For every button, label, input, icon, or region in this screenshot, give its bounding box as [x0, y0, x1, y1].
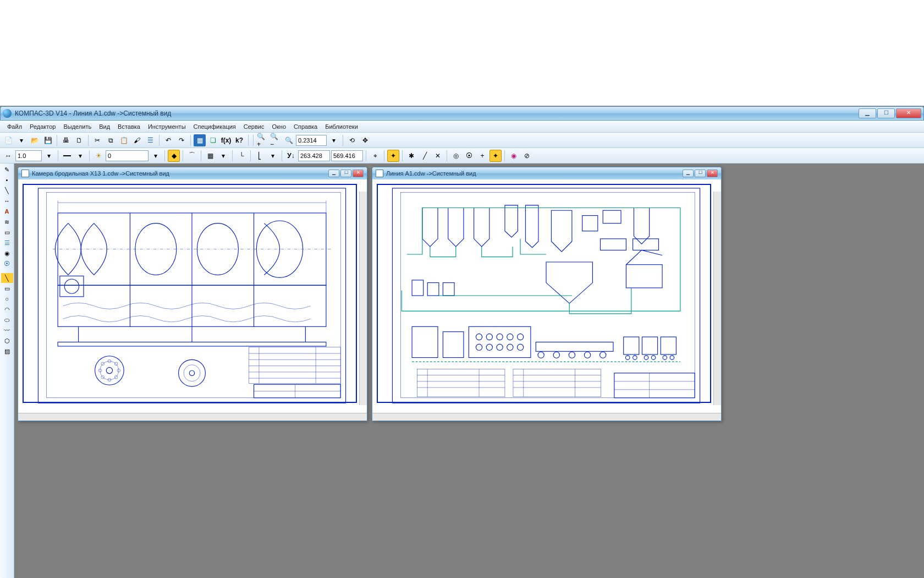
snap-off-icon[interactable]: ⊘: [521, 150, 533, 162]
local-cs-button[interactable]: ⎣: [254, 150, 266, 162]
snap-intersect-icon[interactable]: ✕: [432, 150, 444, 162]
snap-enable-button[interactable]: ⌖: [369, 150, 381, 162]
undo-button[interactable]: ↶: [162, 134, 174, 146]
layer-button[interactable]: ☀: [92, 150, 105, 162]
snap-tangent-icon[interactable]: ⦿: [463, 150, 475, 162]
doc1-close-button[interactable]: ✕: [353, 170, 364, 177]
menu-file[interactable]: Файл: [3, 122, 26, 131]
doc2-close-button[interactable]: ✕: [707, 170, 718, 177]
palette-rect-icon[interactable]: ▭: [1, 283, 13, 293]
zoom-in-button[interactable]: 🔍+: [256, 134, 268, 146]
properties-button[interactable]: ☰: [144, 134, 156, 146]
palette-line-icon[interactable]: ╲: [1, 186, 13, 195]
local-cs-dropdown[interactable]: ▾: [267, 150, 279, 162]
menu-insert[interactable]: Вставка: [114, 122, 144, 131]
menu-editor[interactable]: Редактор: [26, 122, 59, 131]
linestyle-button[interactable]: [61, 150, 73, 162]
palette-view-icon[interactable]: ◉: [1, 248, 13, 258]
palette-circle-icon[interactable]: ○: [1, 294, 13, 304]
variables-button[interactable]: ❏: [207, 134, 219, 146]
new-button[interactable]: 📄: [2, 134, 14, 146]
palette-arc-icon[interactable]: ◠: [1, 304, 13, 314]
menu-tools[interactable]: Инструменты: [144, 122, 190, 131]
format-painter-button[interactable]: 🖌: [131, 134, 143, 146]
snap-param-icon[interactable]: ◉: [508, 150, 520, 162]
snap-center-icon[interactable]: ◎: [450, 150, 462, 162]
save-button[interactable]: 💾: [42, 134, 54, 146]
doc1-vscrollbar[interactable]: [359, 192, 367, 405]
palette-symbol-icon[interactable]: ≋: [1, 217, 13, 227]
doc1-maximize-button[interactable]: ☐: [340, 170, 351, 177]
menu-select[interactable]: Выделить: [59, 122, 95, 131]
zoom-out-button[interactable]: 🔍−: [270, 134, 282, 146]
menu-service[interactable]: Сервис: [240, 122, 268, 131]
minimize-button[interactable]: ▁: [859, 108, 876, 118]
doc1-minimize-button[interactable]: ▁: [328, 170, 339, 177]
palette-polygon-icon[interactable]: ⬡: [1, 336, 13, 346]
menu-libraries[interactable]: Библиотеки: [321, 122, 362, 131]
layer-input[interactable]: [106, 150, 148, 161]
ortho-button[interactable]: ◆: [168, 150, 180, 162]
print-button[interactable]: 🖶: [60, 134, 72, 146]
step-button[interactable]: ↔: [2, 150, 14, 162]
menu-view[interactable]: Вид: [95, 122, 114, 131]
doc2-minimize-button[interactable]: ▁: [683, 170, 694, 177]
grid-button[interactable]: ▦: [204, 150, 216, 162]
doc2-hscrollbar[interactable]: [372, 413, 721, 421]
zoom-window-button[interactable]: 🔍: [283, 134, 295, 146]
print-preview-button[interactable]: 🗋: [73, 134, 85, 146]
document-window-2: Линия A1.cdw ->Системный вид ▁ ☐ ✕: [372, 167, 722, 421]
coord-mode-button[interactable]: У↓: [285, 150, 297, 162]
coord-y-input[interactable]: [331, 150, 363, 161]
snap-toggle-button[interactable]: ✦: [387, 150, 399, 162]
doc1-title-bar[interactable]: Камера бродильная Х13 1.cdw ->Системный …: [18, 167, 367, 179]
layer-dropdown[interactable]: ▾: [150, 150, 162, 162]
doc2-maximize-button[interactable]: ☐: [695, 170, 706, 177]
palette-text-icon[interactable]: A: [1, 206, 13, 216]
doc1-hscrollbar[interactable]: [18, 413, 367, 421]
snap-nearest-icon[interactable]: ✦: [490, 150, 502, 162]
close-button[interactable]: ✕: [896, 108, 921, 118]
palette-point-icon[interactable]: •: [1, 175, 13, 185]
snap-midpoint-icon[interactable]: ╱: [419, 150, 431, 162]
cut-button[interactable]: ✂: [91, 134, 103, 146]
menu-spec[interactable]: Спецификация: [190, 122, 240, 131]
palette-snap-icon[interactable]: ⦿: [1, 259, 13, 269]
redo-button[interactable]: ↷: [175, 134, 188, 146]
palette-ellipse-icon[interactable]: ⬭: [1, 315, 13, 325]
manager-button[interactable]: ▦: [194, 134, 206, 146]
doc2-canvas[interactable]: [372, 179, 721, 413]
scale-dropdown[interactable]: ▾: [43, 150, 55, 162]
doc2-title-bar[interactable]: Линия A1.cdw ->Системный вид ▁ ☐ ✕: [372, 167, 721, 179]
open-button[interactable]: 📂: [29, 134, 41, 146]
zoom-dropdown[interactable]: ▾: [328, 134, 340, 146]
pan-button[interactable]: ✥: [359, 134, 371, 146]
doc2-vscrollbar[interactable]: [713, 192, 721, 405]
scale-input[interactable]: [15, 150, 42, 161]
redraw-button[interactable]: ⟲: [346, 134, 358, 146]
palette-geometry-icon[interactable]: ✎: [1, 165, 13, 175]
round-button[interactable]: ⌒: [186, 150, 198, 162]
menu-help[interactable]: Справка: [290, 122, 321, 131]
palette-hatch-icon[interactable]: ▨: [1, 346, 13, 356]
palette-spline-icon[interactable]: 〰: [1, 325, 13, 335]
palette-segment-icon[interactable]: ╲: [1, 273, 13, 283]
linestyle-dropdown[interactable]: ▾: [74, 150, 86, 162]
help-cursor-button[interactable]: k?: [233, 134, 245, 146]
doc1-canvas[interactable]: [18, 179, 367, 413]
palette-dimension-icon[interactable]: ↔: [1, 196, 13, 206]
fx-button[interactable]: f(x): [220, 134, 232, 146]
snap-perp-icon[interactable]: +: [476, 150, 488, 162]
menu-window[interactable]: Окно: [268, 122, 290, 131]
palette-edit-icon[interactable]: ▭: [1, 227, 13, 237]
new-dropdown[interactable]: ▾: [15, 134, 28, 146]
zoom-input[interactable]: [296, 135, 327, 146]
ortho-mode-button[interactable]: └: [235, 150, 248, 162]
coord-x-input[interactable]: [298, 150, 330, 161]
palette-table-icon[interactable]: ☰: [1, 238, 13, 248]
maximize-button[interactable]: ☐: [877, 108, 895, 118]
copy-button[interactable]: ⧉: [105, 134, 117, 146]
snap-endpoint-icon[interactable]: ✱: [405, 150, 417, 162]
paste-button[interactable]: 📋: [118, 134, 130, 146]
grid-dropdown[interactable]: ▾: [217, 150, 229, 162]
